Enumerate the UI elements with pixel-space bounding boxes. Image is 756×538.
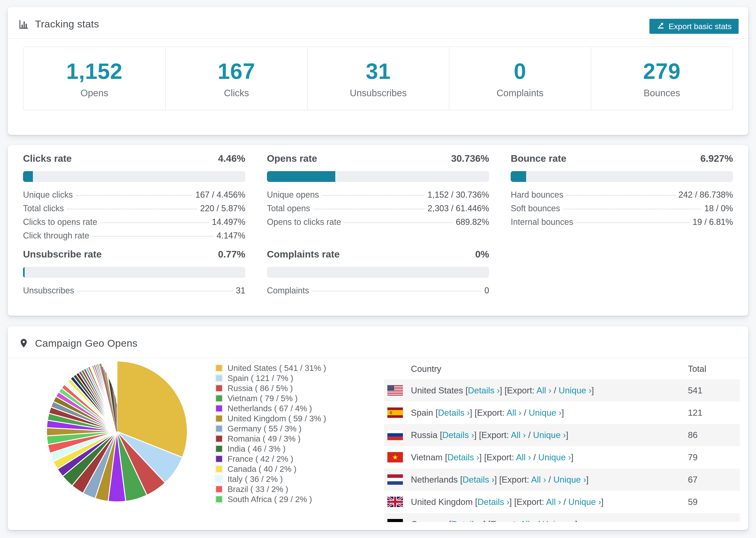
details-link[interactable]: Details › [452, 519, 483, 522]
legend-item: France ( 42 / 2% ) [215, 454, 326, 464]
stat-value: 279 [643, 59, 681, 84]
export-all-link[interactable]: All › [546, 497, 561, 507]
export-all-link[interactable]: All › [536, 386, 552, 395]
rate-panel-opens-rate: Opens rate30.736%Unique opens1,152 / 30.… [267, 153, 489, 244]
detail-label: Unique clicks [23, 190, 73, 200]
country-cell: Germany [Details ›] [Export: All › / Uni… [411, 519, 577, 522]
dotted-leader [563, 209, 701, 209]
export-unique-link[interactable]: Unique › [568, 497, 601, 507]
total-cell: 79 [688, 453, 698, 462]
legend-item: Russia ( 86 / 5% ) [215, 383, 326, 393]
column-header-total: Total [688, 364, 706, 374]
dotted-leader [76, 195, 192, 196]
legend-item: Netherlands ( 67 / 4% ) [215, 403, 326, 413]
rate-detail-row: Click through rate4.147% [23, 231, 245, 244]
rate-detail-row: Unsubscribes31 [23, 286, 245, 299]
detail-label: Complaints [267, 286, 309, 296]
stat-card-opens: 1,152Opens [24, 47, 165, 110]
table-row-ru: Russia [Details ›] [Export: All › / Uniq… [384, 424, 740, 446]
legend-swatch [215, 415, 223, 422]
export-all-link[interactable]: All › [531, 475, 546, 484]
legend-label: Canada ( 40 / 2% ) [228, 464, 297, 474]
export-prefix: [Export: [479, 430, 509, 440]
total-cell: 121 [688, 408, 702, 418]
legend-swatch [215, 385, 223, 392]
stat-value: 31 [366, 59, 391, 84]
details-link[interactable]: Details › [468, 386, 500, 395]
legend-item: Vietnam ( 79 / 5% ) [215, 393, 326, 403]
details-link[interactable]: Details › [477, 497, 510, 507]
export-all-link[interactable]: All › [511, 430, 526, 440]
rate-detail-row: Opens to clicks rate689.82% [267, 217, 489, 231]
rate-detail-row: Internal bounces19 / 6.81% [511, 217, 733, 231]
bar-chart-icon [19, 19, 29, 29]
rate-detail-row: Total opens2,303 / 61.446% [267, 203, 489, 217]
legend-item: United States ( 541 / 31% ) [215, 363, 326, 373]
bracket: ] [591, 386, 594, 395]
stat-label: Complaints [497, 88, 544, 98]
slash: / [551, 386, 559, 395]
detail-value: 1,152 / 30.736% [428, 190, 489, 200]
export-unique-link[interactable]: Unique › [559, 386, 591, 395]
rate-detail-row: Hard bounces242 / 86.738% [511, 190, 733, 203]
geo-table[interactable]: Country Total United States [Details ›] … [384, 359, 740, 522]
country-cell: United States [Details ›] [Export: All ›… [411, 386, 594, 396]
export-all-link[interactable]: All › [520, 519, 535, 522]
rate-detail-row: Complaints0 [267, 286, 489, 299]
detail-label: Hard bounces [511, 190, 563, 200]
legend-label: Spain ( 121 / 7% ) [228, 373, 293, 383]
country-cell: Russia [Details ›] [Export: All › / Uniq… [411, 430, 568, 440]
bracket: [ [465, 386, 468, 395]
stat-card-bounces: 279Bounces [591, 47, 732, 110]
country-name: United Kingdom [411, 497, 473, 507]
bracket: [ [475, 497, 477, 507]
legend-item: Spain ( 121 / 7% ) [215, 373, 326, 383]
export-unique-link[interactable]: Unique › [553, 475, 586, 484]
detail-value: 0 [484, 286, 489, 296]
details-link[interactable]: Details › [442, 430, 474, 440]
table-row-es: Spain [Details ›] [Export: All › / Uniqu… [384, 402, 740, 424]
export-all-link[interactable]: All › [516, 453, 531, 462]
legend-label: United Kingdom ( 59 / 3% ) [228, 414, 326, 423]
legend-swatch [215, 485, 223, 493]
rate-value: 0% [475, 249, 489, 260]
export-prefix: [Export: [488, 519, 518, 522]
rate-detail-row: Clicks to opens rate14.497% [23, 217, 245, 231]
rate-title: Unsubscribe rate [23, 249, 102, 260]
campaign-geo-opens-card: Campaign Geo Opens United States ( 541 /… [8, 326, 748, 530]
export-unique-link[interactable]: Unique › [533, 430, 566, 440]
bracket: [ [445, 453, 447, 462]
details-link[interactable]: Details › [448, 453, 479, 462]
details-link[interactable]: Details › [438, 408, 470, 418]
rate-value: 0.77% [218, 249, 245, 260]
detail-label: Unique opens [267, 190, 319, 200]
dotted-leader [567, 195, 675, 196]
details-link[interactable]: Details › [462, 475, 495, 484]
column-header-country: Country [411, 364, 441, 374]
legend-swatch [215, 435, 223, 443]
dotted-leader [322, 195, 424, 196]
rate-title: Complaints rate [267, 249, 340, 260]
legend-item: South Africa ( 29 / 2% ) [215, 494, 326, 504]
legend-label: Italy ( 36 / 2% ) [228, 474, 283, 484]
bracket: ] [562, 408, 564, 418]
legend-swatch [215, 395, 223, 402]
table-row-vn: Vietnam [Details ›] [Export: All › / Uni… [384, 446, 740, 468]
export-unique-link[interactable]: Unique › [542, 519, 575, 522]
detail-value: 167 / 4.456% [195, 190, 245, 200]
export-unique-link[interactable]: Unique › [538, 453, 571, 462]
stat-value: 167 [218, 59, 255, 84]
legend-swatch [215, 455, 223, 463]
detail-label: Clicks to opens rate [23, 217, 97, 227]
export-all-link[interactable]: All › [507, 408, 521, 418]
export-prefix: [Export: [499, 475, 529, 484]
legend-item: Romania ( 49 / 3% ) [215, 434, 326, 444]
stat-label: Bounces [644, 88, 680, 98]
export-icon [657, 21, 665, 31]
export-unique-link[interactable]: Unique › [529, 408, 562, 418]
detail-value: 4.147% [217, 231, 245, 241]
progress-bar [511, 171, 733, 182]
location-pin-icon [19, 338, 29, 349]
export-basic-stats-button[interactable]: Export basic stats [649, 19, 739, 34]
tracking-stats-card: Tracking stats Export basic stats 1,152O… [8, 7, 748, 135]
